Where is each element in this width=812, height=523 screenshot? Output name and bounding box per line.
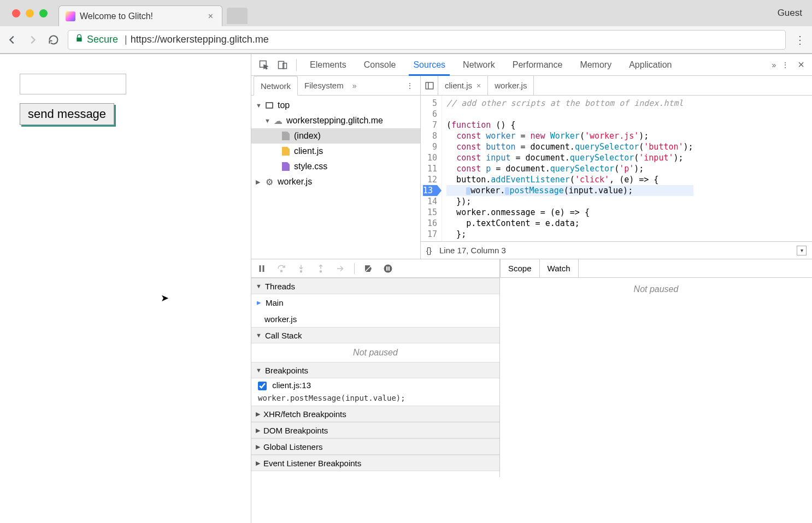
- forward-button[interactable]: [26, 33, 39, 46]
- pause-on-exceptions-button[interactable]: [382, 263, 394, 275]
- url-text: https://workerstepping.glitch.me: [131, 34, 269, 45]
- editor-tab-label: client.js: [445, 81, 472, 90]
- tree-label: style.css: [294, 162, 327, 171]
- secure-label: Secure: [87, 34, 118, 45]
- nav-tab-network[interactable]: Network: [254, 76, 298, 96]
- cursor-position: Line 17, Column 3: [439, 246, 506, 255]
- debugger-pane: ▼Threads ▸Main worker.js ▼Call Stack Not…: [251, 259, 812, 477]
- cloud-icon: ☁: [273, 116, 283, 126]
- global-listeners-header[interactable]: ▶Global Listeners: [251, 438, 499, 455]
- step-button[interactable]: [334, 263, 346, 275]
- tab-performance[interactable]: Performance: [505, 54, 570, 76]
- message-input[interactable]: [20, 74, 126, 94]
- inspect-element-icon[interactable]: [256, 57, 272, 73]
- new-tab-button[interactable]: [227, 8, 248, 24]
- thread-main[interactable]: ▸Main: [251, 294, 499, 311]
- window-controls: [4, 0, 55, 26]
- breakpoint-item[interactable]: client.js:13: [251, 378, 499, 393]
- tree-file-clientjs[interactable]: client.js: [251, 144, 420, 159]
- tree-worker[interactable]: ▶⚙ worker.js: [251, 174, 420, 189]
- editor-tab-workerjs[interactable]: worker.js: [488, 76, 534, 96]
- browser-toolbar: Secure | https://workerstepping.glitch.m…: [0, 26, 812, 54]
- device-toolbar-icon[interactable]: [274, 57, 291, 73]
- devtools-tabbar: Elements Console Sources Network Perform…: [251, 54, 812, 76]
- line-gutter[interactable]: 56789101112131415161718: [421, 96, 442, 241]
- tree-domain[interactable]: ▼☁ workerstepping.glitch.me: [251, 113, 420, 128]
- svg-rect-13: [389, 266, 390, 271]
- scope-tab-watch[interactable]: Watch: [540, 259, 579, 278]
- browser-chrome: Welcome to Glitch! × Guest Secure | http…: [0, 0, 812, 54]
- svg-rect-12: [386, 266, 387, 271]
- maximize-window-button[interactable]: [39, 9, 48, 17]
- editor-tabs: client.js × worker.js: [421, 76, 812, 96]
- pretty-print-icon[interactable]: {}: [426, 246, 432, 255]
- breakpoint-checkbox[interactable]: [258, 382, 267, 390]
- address-bar[interactable]: Secure | https://workerstepping.glitch.m…: [68, 30, 786, 50]
- tree-frame-top[interactable]: ▼ top: [251, 98, 420, 113]
- debugger-sidebar: ▼Threads ▸Main worker.js ▼Call Stack Not…: [251, 259, 500, 477]
- callstack-placeholder: Not paused: [251, 343, 499, 362]
- profile-label[interactable]: Guest: [778, 8, 802, 19]
- event-listener-breakpoints-header[interactable]: ▶Event Listener Breakpoints: [251, 455, 499, 471]
- close-tab-icon[interactable]: ×: [206, 11, 215, 21]
- tree-label: worker.js: [278, 177, 312, 187]
- dom-breakpoints-header[interactable]: ▶DOM Breakpoints: [251, 422, 499, 438]
- svg-point-11: [384, 264, 392, 272]
- code-editor[interactable]: 56789101112131415161718 // add other scr…: [421, 96, 812, 241]
- reload-button[interactable]: [47, 33, 60, 46]
- minimize-window-button[interactable]: [26, 9, 34, 17]
- tree-file-stylecss[interactable]: style.css: [251, 159, 420, 174]
- callstack-header[interactable]: ▼Call Stack: [251, 327, 499, 343]
- code-content[interactable]: // add other scripts at the bottom of in…: [442, 96, 698, 241]
- close-icon[interactable]: ×: [476, 81, 481, 90]
- tab-application[interactable]: Application: [621, 54, 679, 76]
- nav-menu-icon[interactable]: ⋮: [402, 81, 418, 90]
- tab-title: Welcome to Glitch!: [80, 11, 206, 21]
- step-into-button[interactable]: [295, 263, 307, 275]
- devtools-menu-icon[interactable]: ⋮: [781, 61, 789, 69]
- tab-sources[interactable]: Sources: [405, 54, 453, 76]
- nav-more-icon[interactable]: »: [352, 81, 357, 90]
- send-message-button[interactable]: send message: [20, 103, 114, 125]
- browser-menu-button[interactable]: ⋮: [793, 33, 807, 46]
- tab-memory[interactable]: Memory: [572, 54, 619, 76]
- pause-button[interactable]: [256, 263, 268, 275]
- sources-navigator: Network Filesystem » ⋮ ▼ top ▼☁ workerst…: [251, 76, 421, 259]
- step-over-button[interactable]: [275, 263, 287, 275]
- svg-rect-3: [426, 82, 433, 89]
- tree-label: workerstepping.glitch.me: [286, 116, 383, 126]
- tree-label: client.js: [294, 146, 323, 156]
- browser-tab[interactable]: Welcome to Glitch! ×: [58, 5, 222, 26]
- xhr-breakpoints-header[interactable]: ▶XHR/fetch Breakpoints: [251, 406, 499, 422]
- tree-file-index[interactable]: (index): [251, 128, 420, 144]
- tree-label: top: [278, 100, 290, 110]
- toggle-navigator-icon[interactable]: [421, 76, 438, 96]
- breakpoint-code: worker.postMessage(input.value);: [251, 393, 499, 406]
- editor-tab-label: worker.js: [495, 81, 527, 90]
- back-button[interactable]: [5, 33, 19, 46]
- threads-header[interactable]: ▼Threads: [251, 278, 499, 294]
- step-out-button[interactable]: [315, 263, 327, 275]
- breakpoint-label: client.js:13: [272, 381, 311, 390]
- main-area: send message Elements Console Sources Ne…: [0, 54, 812, 523]
- editor-tab-clientjs[interactable]: client.js ×: [438, 75, 488, 95]
- favicon-icon: [66, 11, 75, 21]
- lock-icon: [75, 34, 84, 45]
- close-devtools-icon[interactable]: ×: [795, 58, 808, 71]
- coverage-icon[interactable]: ▾: [797, 246, 807, 255]
- tab-network[interactable]: Network: [455, 54, 503, 76]
- debugger-toolbar: [251, 259, 499, 278]
- page-viewport: send message: [0, 54, 251, 523]
- tab-elements[interactable]: Elements: [302, 54, 354, 76]
- nav-tab-filesystem[interactable]: Filesystem: [298, 76, 350, 96]
- svg-point-7: [281, 270, 283, 272]
- breakpoints-header[interactable]: ▼Breakpoints: [251, 362, 499, 378]
- more-tabs-icon[interactable]: »: [772, 61, 776, 69]
- tab-console[interactable]: Console: [356, 54, 404, 76]
- deactivate-breakpoints-button[interactable]: [362, 263, 374, 275]
- close-window-button[interactable]: [12, 9, 20, 17]
- tab-bar: Welcome to Glitch! × Guest: [0, 0, 812, 26]
- scope-tabs: Scope Watch: [500, 259, 812, 278]
- thread-worker[interactable]: worker.js: [251, 311, 499, 327]
- scope-tab-scope[interactable]: Scope: [500, 259, 540, 277]
